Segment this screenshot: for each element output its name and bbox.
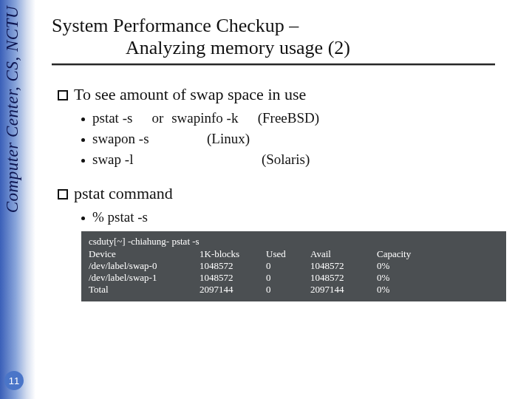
- square-bullet-icon: [58, 90, 68, 100]
- th-avail: Avail: [310, 248, 377, 260]
- slide-title-line2: Analyzing memory usage (2): [52, 37, 520, 59]
- cell-capacity: 0%: [377, 272, 499, 284]
- cell-used: 0: [266, 272, 310, 284]
- cell-device: Total: [89, 284, 200, 296]
- terminal-output: csduty[~] -chiahung- pstat -s Device 1K-…: [81, 231, 506, 301]
- dot-bullet-icon: [81, 216, 85, 220]
- swap-item-1: swapon -s (Linux): [81, 131, 520, 147]
- org-label: Computer Center, CS, NCTU: [3, 6, 22, 213]
- cell-used: 0: [266, 260, 310, 272]
- swap-item-1-cmd1: swapon -s: [92, 131, 149, 146]
- swap-item-1-os: (Linux): [207, 131, 250, 146]
- terminal-table: csduty[~] -chiahung- pstat -s Device 1K-…: [89, 236, 499, 296]
- dot-bullet-icon: [81, 138, 85, 142]
- section-pstat-heading: pstat command: [58, 184, 520, 203]
- cell-device: /dev/label/swap-1: [89, 272, 200, 284]
- th-capacity: Capacity: [377, 248, 499, 260]
- cell-avail: 1048572: [310, 272, 377, 284]
- swap-sub-bullets: pstat -s or swapinfo -k (FreeBSD) swapon…: [58, 110, 520, 168]
- pstat-sub-0: % pstat -s: [81, 209, 520, 225]
- cell-used: 0: [266, 284, 310, 296]
- section-swap-heading-text: To see amount of swap space in use: [74, 85, 306, 103]
- cell-capacity: 0%: [377, 260, 499, 272]
- terminal-prompt-row: csduty[~] -chiahung- pstat -s: [89, 236, 499, 248]
- swap-item-0-os: (FreeBSD): [258, 110, 319, 126]
- th-blocks: 1K-blocks: [200, 248, 266, 260]
- swap-item-0-or: or: [152, 110, 164, 126]
- cell-capacity: 0%: [377, 284, 499, 296]
- swap-item-2-os: (Solaris): [262, 151, 310, 167]
- table-row: Total 2097144 0 2097144 0%: [89, 284, 499, 296]
- square-bullet-icon: [58, 189, 68, 200]
- cell-blocks: 1048572: [200, 260, 266, 272]
- cell-blocks: 1048572: [200, 272, 266, 284]
- page-number-badge: 11: [4, 371, 24, 390]
- cell-blocks: 2097144: [200, 284, 266, 296]
- dot-bullet-icon: [81, 117, 85, 121]
- pstat-sub-0-text: % pstat -s: [92, 209, 148, 225]
- slide-content: System Performance Checkup – Analyzing m…: [52, 15, 520, 301]
- dot-bullet-icon: [81, 159, 85, 163]
- th-used: Used: [266, 248, 310, 260]
- title-underline: [52, 64, 495, 66]
- table-row: /dev/label/swap-0 1048572 0 1048572 0%: [89, 260, 499, 272]
- section-pstat: pstat command % pstat -s csduty[~] -chia…: [52, 184, 520, 301]
- table-row: /dev/label/swap-1 1048572 0 1048572 0%: [89, 272, 499, 284]
- section-swap-heading: To see amount of swap space in use: [58, 85, 520, 104]
- cell-avail: 1048572: [310, 260, 377, 272]
- pstat-sub-bullets: % pstat -s: [58, 209, 520, 225]
- section-pstat-heading-text: pstat command: [74, 184, 173, 202]
- swap-item-0-cmd1: pstat -s: [92, 110, 132, 126]
- terminal-prompt: csduty[~] -chiahung- pstat -s: [89, 236, 499, 248]
- th-device: Device: [89, 248, 200, 260]
- cell-avail: 2097144: [310, 284, 377, 296]
- slide-title-line1: System Performance Checkup –: [52, 15, 520, 37]
- section-swap: To see amount of swap space in use pstat…: [52, 85, 520, 168]
- swap-item-2: swap -l (Solaris): [81, 151, 520, 168]
- swap-item-0-cmd2: swapinfo -k: [171, 110, 238, 126]
- swap-item-2-cmd1: swap -l: [92, 151, 133, 167]
- cell-device: /dev/label/swap-0: [89, 260, 200, 272]
- terminal-header-row: Device 1K-blocks Used Avail Capacity: [89, 248, 499, 260]
- swap-item-0: pstat -s or swapinfo -k (FreeBSD): [81, 110, 520, 126]
